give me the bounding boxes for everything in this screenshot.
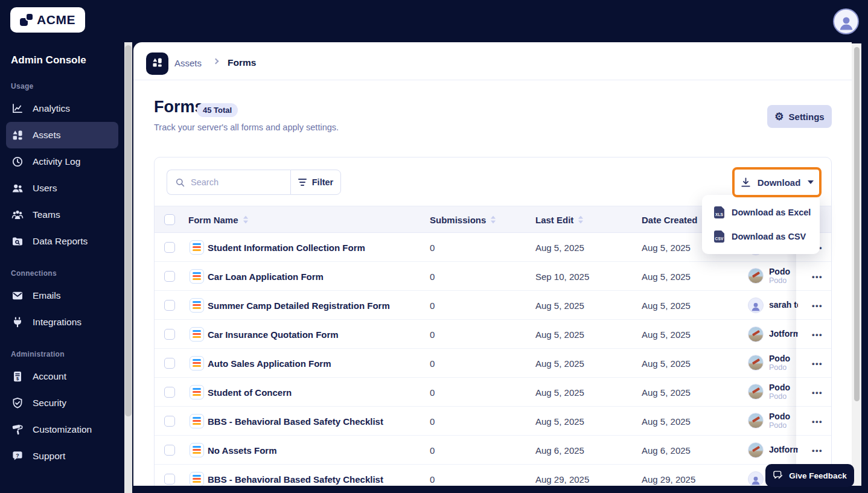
breadcrumb-assets-tile: [146, 52, 168, 75]
row-actions-button[interactable]: •••: [805, 416, 829, 425]
sidebar-item-support[interactable]: ? Support: [6, 443, 118, 469]
form-name[interactable]: Car Loan Application Form: [208, 271, 324, 281]
submissions-count: 0: [430, 474, 435, 484]
chevron-right-icon: [213, 59, 219, 65]
sidebar-scrollbar-thumb[interactable]: [125, 45, 132, 416]
table-row[interactable]: Auto Sales Application Form 0 Aug 5, 202…: [155, 349, 831, 378]
form-name[interactable]: No Assets Form: [208, 445, 276, 455]
form-name[interactable]: BBS - Behavioral Based Safety Checklist: [208, 474, 383, 484]
form-icon: [190, 298, 204, 313]
sidebar-item-account[interactable]: $ Account: [6, 363, 118, 390]
sidebar-item-teams[interactable]: Teams: [6, 202, 118, 228]
row-actions-button[interactable]: •••: [805, 445, 829, 454]
owner-avatar: [748, 326, 764, 342]
table-row[interactable]: Car Insurance Quotation Form 0 Aug 5, 20…: [155, 320, 831, 349]
user-avatar[interactable]: [833, 8, 859, 34]
form-icon: [190, 472, 204, 486]
last-edit-date: Aug 5, 2025: [535, 358, 584, 368]
acme-logo[interactable]: ACME: [10, 7, 85, 33]
submissions-count: 0: [430, 271, 435, 281]
form-name[interactable]: Summer Camp Detailed Registration Form: [208, 300, 390, 310]
customization-icon: [11, 424, 24, 436]
sort-icon[interactable]: [491, 215, 496, 223]
sort-icon[interactable]: [578, 215, 583, 223]
data-reports-icon: [11, 235, 24, 247]
form-name[interactable]: Student Information Collection Form: [208, 242, 365, 252]
date-created: Aug 5, 2025: [642, 271, 691, 281]
xls-file-icon: XLS: [714, 206, 724, 218]
date-created: Aug 6, 2025: [642, 445, 691, 455]
submissions-count: 0: [430, 242, 435, 252]
owner-avatar: [748, 471, 764, 486]
owner-name: Podo: [769, 412, 798, 422]
settings-button[interactable]: ⚙ Settings: [767, 105, 832, 128]
owner-name: sarah te: [769, 300, 798, 310]
sidebar-item-integrations[interactable]: Integrations: [6, 309, 118, 336]
table-row[interactable]: Car Loan Application Form 0 Sep 10, 2025…: [155, 262, 831, 291]
row-checkbox[interactable]: [164, 300, 175, 311]
sort-icon[interactable]: [243, 215, 248, 223]
row-checkbox[interactable]: [164, 242, 175, 253]
row-actions-button[interactable]: •••: [805, 358, 829, 367]
assets-icon: [152, 57, 163, 71]
sidebar-item-activity-log[interactable]: Activity Log: [6, 148, 118, 175]
row-checkbox[interactable]: [164, 271, 175, 282]
row-checkbox[interactable]: [164, 358, 175, 369]
content-scrollbar-thumb[interactable]: [854, 47, 860, 401]
sidebar: Admin Console Usage Analytics Assets Act…: [0, 42, 124, 493]
row-checkbox[interactable]: [164, 416, 175, 427]
row-actions-button[interactable]: •••: [805, 272, 829, 281]
row-checkbox[interactable]: [164, 329, 175, 340]
menu-item-download-as-csv[interactable]: CSV Download as CSV: [702, 224, 820, 249]
give-feedback-button[interactable]: Give Feedback: [765, 464, 854, 487]
filter-button[interactable]: Filter: [290, 170, 341, 195]
give-feedback-label: Give Feedback: [789, 471, 846, 480]
table-row[interactable]: No Assets Form 0 Aug 6, 2025 Aug 6, 2025…: [155, 436, 831, 465]
last-edit-date: Aug 5, 2025: [535, 416, 584, 426]
owner-avatar: [748, 297, 764, 313]
select-all-checkbox[interactable]: [164, 214, 175, 225]
sidebar-item-emails[interactable]: Emails: [6, 282, 118, 309]
owner-name: Podo: [769, 267, 798, 277]
search-input[interactable]: [191, 177, 284, 187]
owner-cell: [748, 471, 764, 486]
form-name[interactable]: BBS - Behavioral Based Safety Checklist: [208, 416, 383, 426]
form-name[interactable]: Auto Sales Application Form: [208, 358, 331, 368]
acme-logo-text: ACME: [37, 13, 75, 27]
breadcrumb-parent-link[interactable]: Assets: [174, 58, 202, 68]
row-checkbox[interactable]: [164, 474, 175, 485]
row-actions-button[interactable]: •••: [805, 387, 829, 396]
download-button-label: Download: [758, 177, 801, 188]
analytics-icon: [11, 103, 24, 115]
sidebar-item-analytics[interactable]: Analytics: [6, 95, 118, 122]
table-row[interactable]: BBS - Behavioral Based Safety Checklist …: [155, 465, 831, 486]
sidebar-item-data-reports[interactable]: Data Reports: [6, 228, 118, 255]
total-count-badge: 45 Total: [197, 103, 238, 117]
row-checkbox[interactable]: [164, 387, 175, 398]
sidebar-item-customization[interactable]: Customization: [6, 416, 118, 443]
table-row[interactable]: Summer Camp Detailed Registration Form 0…: [155, 291, 831, 320]
row-actions-button[interactable]: •••: [805, 301, 829, 310]
owner-name: Podo: [769, 354, 798, 364]
sidebar-section-label: Connections: [0, 269, 124, 278]
download-button[interactable]: Download: [732, 167, 822, 197]
form-name[interactable]: Car Insurance Quotation Form: [208, 329, 339, 339]
owner-cell: Jotform: [748, 326, 798, 342]
row-actions-button[interactable]: •••: [805, 329, 829, 339]
form-name[interactable]: Student of Concern: [208, 387, 292, 397]
sidebar-item-security[interactable]: Security: [6, 390, 118, 416]
form-icon: [190, 356, 204, 371]
csv-file-icon: CSV: [714, 231, 724, 243]
menu-item-download-as-excel[interactable]: XLS Download as Excel: [702, 200, 820, 224]
teams-icon: [11, 209, 24, 221]
sidebar-item-users[interactable]: Users: [6, 175, 118, 202]
table-row[interactable]: Student of Concern 0 Aug 5, 2025 Aug 5, …: [155, 378, 831, 407]
owner-avatar: [748, 384, 764, 399]
sidebar-item-assets[interactable]: Assets: [6, 122, 118, 148]
row-checkbox[interactable]: [164, 445, 175, 456]
submissions-count: 0: [430, 300, 435, 310]
table-row[interactable]: BBS - Behavioral Based Safety Checklist …: [155, 407, 831, 436]
security-icon: [11, 397, 24, 409]
table-body: Student Information Collection Form 0 Au…: [155, 233, 831, 486]
owner-subname: Podo: [769, 276, 798, 285]
